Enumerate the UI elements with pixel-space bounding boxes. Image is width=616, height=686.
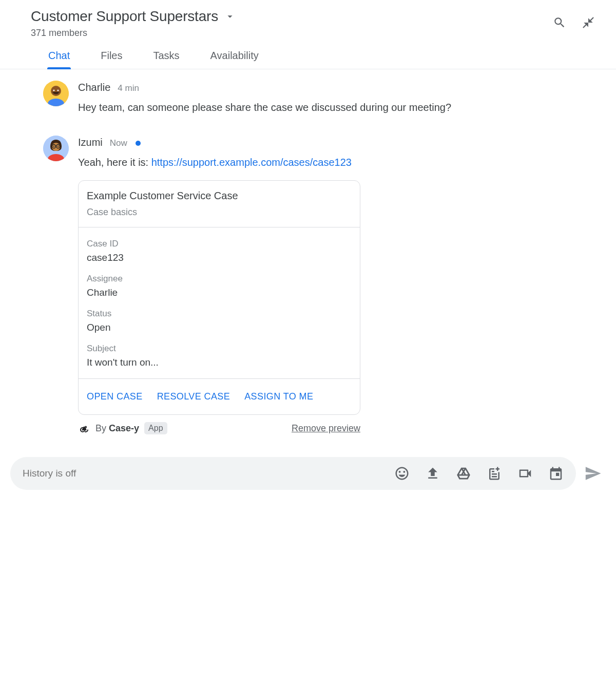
space-title: Customer Support Superstars	[31, 8, 218, 25]
app-badge: App	[144, 422, 167, 434]
emoji-icon[interactable]	[394, 466, 410, 481]
field-value: Open	[87, 322, 352, 333]
preview-card: Example Customer Service Case Case basic…	[78, 180, 360, 415]
svg-point-3	[53, 90, 55, 91]
message: Izumi Now Yeah, here it is: https://supp…	[43, 128, 585, 434]
field-label: Case ID	[87, 239, 352, 249]
calendar-icon[interactable]	[548, 466, 564, 481]
message-text: Yeah, here it is: https://support.exampl…	[78, 154, 585, 171]
svg-point-1	[51, 86, 61, 96]
app-name: Case-y	[109, 423, 139, 433]
field-label: Assignee	[87, 274, 352, 284]
resolve-case-button[interactable]: RESOLVE CASE	[157, 391, 230, 402]
avatar[interactable]	[43, 136, 69, 161]
send-button[interactable]	[584, 465, 602, 482]
by-label: By	[95, 423, 106, 433]
field-value: Charlie	[87, 287, 352, 298]
webhook-icon	[78, 422, 90, 434]
create-doc-icon[interactable]	[487, 466, 502, 481]
avatar[interactable]	[43, 81, 69, 106]
video-icon[interactable]	[517, 466, 533, 481]
collapse-icon[interactable]	[581, 15, 595, 30]
svg-point-4	[57, 90, 59, 91]
message-link[interactable]: https://support.example.com/cases/case12…	[151, 157, 352, 168]
tabs: Chat Files Tasks Availability	[0, 39, 616, 69]
field-value: case123	[87, 252, 352, 263]
svg-point-11	[53, 146, 54, 147]
tab-chat[interactable]: Chat	[48, 50, 70, 69]
tab-availability[interactable]: Availability	[210, 50, 259, 69]
field-value: It won't turn on...	[87, 357, 352, 368]
search-icon[interactable]	[552, 15, 567, 30]
tab-files[interactable]: Files	[101, 50, 122, 69]
message-input[interactable]	[23, 468, 394, 479]
message: Charlie 4 min Hey team, can someone plea…	[43, 73, 585, 116]
message-text: Hey team, can someone please share the c…	[78, 99, 585, 116]
message-text-prefix: Yeah, here it is:	[78, 157, 151, 168]
message-time: 4 min	[118, 83, 139, 93]
field-label: Status	[87, 309, 352, 319]
chevron-down-icon[interactable]	[224, 11, 236, 22]
message-time: Now	[110, 138, 127, 148]
message-author: Charlie	[78, 82, 110, 93]
card-subtitle: Case basics	[87, 207, 352, 218]
assign-to-me-button[interactable]: ASSIGN TO ME	[244, 391, 313, 402]
message-author: Izumi	[78, 137, 103, 148]
field-label: Subject	[87, 344, 352, 354]
remove-preview-link[interactable]: Remove preview	[292, 423, 360, 434]
tab-tasks[interactable]: Tasks	[153, 50, 179, 69]
member-count: 371 members	[31, 28, 552, 39]
svg-point-12	[57, 146, 59, 147]
composer	[10, 457, 576, 490]
upload-icon[interactable]	[425, 466, 440, 481]
status-dot-icon	[136, 141, 141, 146]
open-case-button[interactable]: OPEN CASE	[87, 391, 143, 402]
card-title: Example Customer Service Case	[87, 190, 352, 202]
drive-icon[interactable]	[456, 466, 471, 481]
